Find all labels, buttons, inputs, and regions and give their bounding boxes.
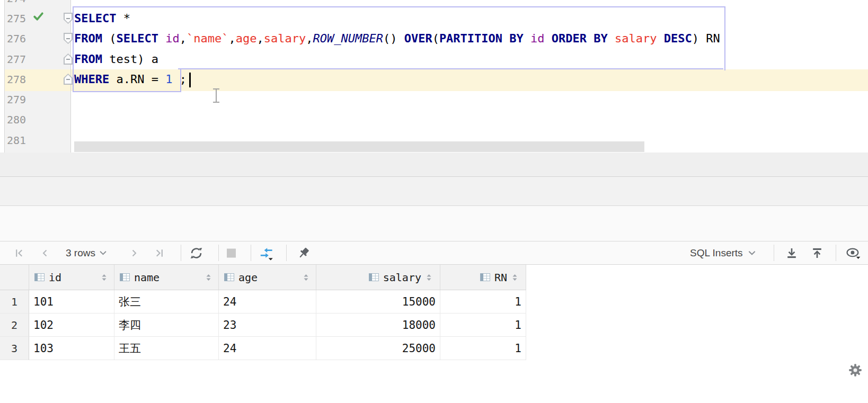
sort-arrows-icon[interactable] [512,274,517,281]
column-icon [34,273,45,281]
editor-bottom-strip [0,153,868,176]
code-line-278: WHERE a.RN = 1 ; [74,72,187,87]
next-page-button[interactable] [129,248,139,258]
last-page-button[interactable] [154,248,165,258]
tool-window-header [0,177,868,205]
line-number: 276 [7,32,44,46]
row-number-header [0,265,29,290]
chevron-down-icon [748,250,756,255]
line-number: 279 [7,93,44,106]
column-icon [369,273,379,281]
result-tab-bar: >↓ Output Result 64 × [0,206,868,241]
fold-region-end-marker[interactable] [64,53,73,65]
code-line-275: SELECT * [74,11,130,26]
cell-id[interactable]: 102 [29,314,114,337]
mouse-ibeam-cursor [212,88,220,103]
sort-arrows-icon[interactable] [304,274,308,281]
previous-page-button[interactable] [40,248,50,258]
cell-salary[interactable]: 15000 [316,290,440,314]
fold-region-start-marker[interactable] [64,13,73,24]
column-label: name [134,271,160,284]
toolbar-separator [836,245,836,261]
cell-age[interactable]: 24 [219,337,316,360]
column-icon [480,273,490,281]
cell-name[interactable]: 李四 [114,314,219,337]
export-download-button[interactable] [785,247,798,259]
export-format-dropdown[interactable]: SQL Inserts [690,247,756,259]
cell-rn[interactable]: 1 [440,290,526,314]
sql-editor[interactable]: 274 275 276 277 278 279 280 281 SELECT *… [0,0,868,176]
cell-name[interactable]: 张三 [114,290,219,314]
column-icon [120,273,130,281]
cell-id[interactable]: 101 [29,290,114,314]
cell-age[interactable]: 24 [219,290,316,314]
column-label: salary [383,271,421,284]
eye-icon [846,247,861,259]
column-label: id [49,271,61,284]
cell-name[interactable]: 王五 [114,337,219,360]
cell-rn[interactable]: 1 [440,314,526,337]
fold-region-end-marker[interactable] [64,74,73,85]
statement-highlight-box-edge [178,68,723,69]
pin-tab-button[interactable] [297,246,311,260]
import-upload-button[interactable] [811,247,823,259]
column-label: RN [494,271,507,284]
cell-id[interactable]: 103 [29,337,114,360]
editor-horizontal-scrollbar[interactable] [74,141,644,152]
text-caret [189,73,191,87]
download-icon [785,247,798,259]
line-number: 274 [7,0,44,5]
stop-icon [227,248,236,257]
column-icon [224,273,234,281]
sort-arrows-icon[interactable] [206,274,211,281]
toolbar-separator [181,245,181,261]
upload-icon [811,247,823,259]
toolbar-separator [251,245,251,261]
column-header-rn[interactable]: RN [440,265,526,290]
line-number: 277 [7,52,44,66]
code-line-276: FROM (SELECT id,`name`,age,salary,ROW_NU… [74,31,720,46]
statement-executed-check-icon [33,12,44,23]
sort-arrows-icon[interactable] [102,274,107,281]
first-page-button[interactable] [14,248,25,258]
line-number: 280 [7,113,44,127]
toolbar-separator [286,245,287,261]
datagrip-window: 274 275 276 277 278 279 280 281 SELECT *… [0,0,868,403]
cell-age[interactable]: 23 [219,314,316,337]
export-format-label: SQL Inserts [690,247,743,259]
page-size-dropdown[interactable]: 3 rows [66,247,107,259]
cell-salary[interactable]: 18000 [316,314,440,337]
toolbar-separator [218,245,219,261]
line-number: 278 [7,73,44,86]
result-toolbar: 3 rows [0,241,868,264]
view-options-button[interactable] [846,247,861,259]
fold-region-start-marker[interactable] [64,33,73,44]
cell-salary[interactable]: 25000 [316,337,440,360]
stop-button [227,248,236,257]
gear-icon[interactable] [848,363,862,377]
row-number: 2 [0,314,29,337]
code-line-277: FROM test) a [74,52,158,67]
chevron-down-icon [100,250,107,255]
line-number: 281 [7,133,44,147]
column-header-salary[interactable]: salary [316,265,440,290]
column-header-id[interactable]: id [29,265,114,290]
column-header-name[interactable]: name [114,265,219,290]
rows-count-label: 3 rows [66,247,95,259]
reload-page-button[interactable] [189,246,203,260]
compare-data-button[interactable] [259,246,274,260]
cell-rn[interactable]: 1 [440,337,526,360]
column-label: age [238,271,258,284]
column-header-age[interactable]: age [219,265,316,290]
sort-arrows-icon[interactable] [427,274,431,281]
row-number: 1 [0,290,29,314]
toolbar-separator [774,245,774,261]
row-number: 3 [0,337,29,360]
